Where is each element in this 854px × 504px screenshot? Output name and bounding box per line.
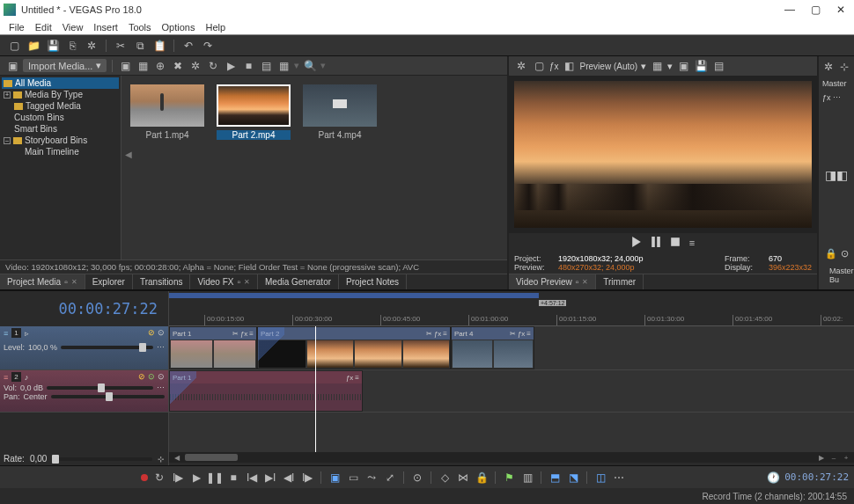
timeline-ruler[interactable]: +4:57:12 00:00:15:00 00:00:30:00 00:00:4… (169, 291, 854, 326)
pan-slider[interactable]: .th-audio .slider:last-of-type::after{le… (51, 395, 165, 398)
automation-icon[interactable]: ⊙ (841, 248, 849, 259)
fx-icon[interactable]: ƒx (434, 330, 441, 338)
record-icon[interactable] (141, 472, 148, 483)
level-slider[interactable]: .th-video .slider::after{left:85%} (61, 346, 153, 349)
copy-snapshot-icon[interactable]: ▣ (676, 59, 690, 73)
marker-icon[interactable]: ⚑ (502, 471, 516, 485)
zoom-in-icon[interactable]: + (842, 454, 850, 462)
pause-icon[interactable] (651, 237, 661, 249)
media-item[interactable]: Part 4.mp4 (303, 84, 377, 140)
track-lanes[interactable]: Part 1✂ƒx≡ Part 2✂ƒx≡ Part 4✂ƒx≡ (169, 326, 854, 452)
expand-icon[interactable]: ⊹ (158, 455, 165, 464)
selection-icon[interactable]: ▭ (346, 471, 360, 485)
open-file-icon[interactable]: 📁 (26, 39, 40, 53)
play-icon[interactable]: ▶ (224, 59, 238, 73)
tab-media-generator[interactable]: Media Generator (258, 274, 339, 289)
tab-trimmer[interactable]: Trimmer (596, 274, 644, 289)
cut-icon[interactable]: ✂ (114, 39, 128, 53)
menu-icon[interactable]: ≡ (689, 237, 695, 248)
tab-master-bus[interactable]: Master Bu (822, 265, 850, 286)
preview-quality-dropdown[interactable]: Preview (Auto) (580, 62, 638, 71)
loop-icon[interactable]: ↻ (152, 471, 166, 485)
output-icon[interactable]: ◨◧ (825, 168, 848, 182)
scroll-left-icon[interactable]: ◀ (173, 454, 181, 462)
more-icon[interactable]: ⋯ (612, 471, 626, 485)
media-item[interactable]: Part 1.mp4 (130, 84, 204, 140)
fx-icon[interactable]: ƒx (346, 374, 353, 382)
loop-region[interactable] (169, 293, 539, 298)
go-end-icon[interactable]: ▶I (263, 471, 277, 485)
new-file-icon[interactable]: ▢ (7, 39, 21, 53)
preview-viewport[interactable] (509, 76, 817, 233)
overlay-icon[interactable]: ▤ (711, 59, 725, 73)
tree-smart-bins[interactable]: Smart Bins (2, 123, 119, 135)
stop-icon[interactable] (670, 237, 681, 249)
pin-icon[interactable]: ▫ (576, 277, 579, 287)
folder-icon[interactable]: ▣ (5, 59, 19, 73)
paste-icon[interactable]: 📋 (152, 39, 166, 53)
split-icon[interactable]: ⬔ (566, 471, 580, 485)
insert-icon[interactable]: ⊹ (838, 60, 850, 74)
redo-icon[interactable]: ↷ (201, 39, 215, 53)
tab-video-preview[interactable]: Video Preview ▫ ✕ (509, 274, 596, 289)
menu-file[interactable]: File (9, 22, 25, 33)
fade-in[interactable] (258, 327, 284, 369)
menu-tools[interactable]: Tools (129, 22, 151, 33)
fx-icon[interactable]: ƒx ⋯ (822, 93, 850, 102)
expand-icon[interactable]: + (4, 91, 11, 99)
close-icon[interactable]: ✕ (71, 278, 77, 286)
rate-slider[interactable] (52, 457, 152, 461)
bypass-icon[interactable]: ⊘ (138, 372, 145, 381)
menu-icon[interactable]: ≡ (443, 330, 447, 338)
video-clip[interactable]: Part 4✂ƒx≡ (451, 326, 534, 369)
external-monitor-icon[interactable]: ▢ (532, 59, 546, 73)
close-button[interactable]: ✕ (836, 4, 845, 16)
audio-clip[interactable]: Part 1ƒx≡ (169, 370, 363, 412)
add-icon[interactable]: ⊕ (153, 59, 167, 73)
media-item[interactable]: Part 2.mp4 (217, 84, 291, 140)
trim-icon[interactable]: ◫ (593, 471, 607, 485)
tab-explorer[interactable]: Explorer (85, 274, 133, 289)
menu-help[interactable]: Help (205, 22, 225, 33)
playhead[interactable] (315, 326, 316, 452)
lock-icon[interactable]: 🔒 (475, 471, 489, 485)
rate-value[interactable]: 0,00 (30, 454, 47, 464)
fx-icon[interactable]: ƒx (518, 330, 525, 338)
pause-icon[interactable]: ❚❚ (208, 471, 222, 485)
scroll-thumb[interactable] (185, 454, 238, 461)
scroll-left-icon[interactable]: ◀ (125, 150, 132, 159)
collapse-icon[interactable]: – (4, 137, 11, 144)
menu-icon[interactable]: ≡ (355, 374, 359, 382)
menu-options[interactable]: Options (162, 22, 195, 33)
refresh-icon[interactable]: ↻ (206, 59, 220, 73)
crop-icon[interactable]: ✂ (510, 330, 516, 338)
tree-tagged-media[interactable]: Tagged Media (2, 100, 119, 112)
more-icon[interactable]: ⋯ (157, 343, 165, 352)
render-icon[interactable]: ⎘ (65, 39, 79, 53)
stop-icon[interactable]: ■ (241, 59, 255, 73)
play-icon[interactable]: ▶ (189, 471, 203, 485)
fx-icon[interactable]: ✲ (188, 59, 202, 73)
views-icon[interactable]: ▤ (259, 59, 273, 73)
lock-icon[interactable]: 🔒 (825, 248, 837, 259)
auto-crossfade-icon[interactable]: ⋈ (456, 471, 470, 485)
tree-all-media[interactable]: All Media (2, 77, 119, 89)
menu-insert[interactable]: Insert (93, 22, 118, 33)
fade-in[interactable] (170, 371, 196, 411)
timeline-hscroll[interactable]: ◀ ▶ – + (169, 452, 854, 463)
minimize-button[interactable]: — (784, 4, 795, 16)
menu-edit[interactable]: Edit (35, 22, 52, 33)
save-snapshot-icon[interactable]: 💾 (694, 59, 708, 73)
fx-icon[interactable]: ƒx (240, 330, 247, 338)
tree-custom-bins[interactable]: Custom Bins (2, 112, 119, 123)
tab-video-fx[interactable]: Video FX ▫ ✕ (190, 274, 258, 289)
next-frame-icon[interactable]: I▶ (300, 471, 314, 485)
grid-icon[interactable]: ▦ (276, 59, 291, 73)
video-clip[interactable]: Part 2✂ƒx≡ (257, 326, 451, 369)
tab-project-notes[interactable]: Project Notes (339, 274, 407, 289)
menu-icon[interactable]: ≡ (526, 330, 531, 338)
transport-timecode[interactable]: 00:00:27:22 (784, 471, 849, 483)
undo-icon[interactable]: ↶ (181, 39, 195, 53)
ignore-event-icon[interactable]: ⬒ (548, 471, 562, 485)
more-icon[interactable]: ⋯ (157, 383, 165, 392)
